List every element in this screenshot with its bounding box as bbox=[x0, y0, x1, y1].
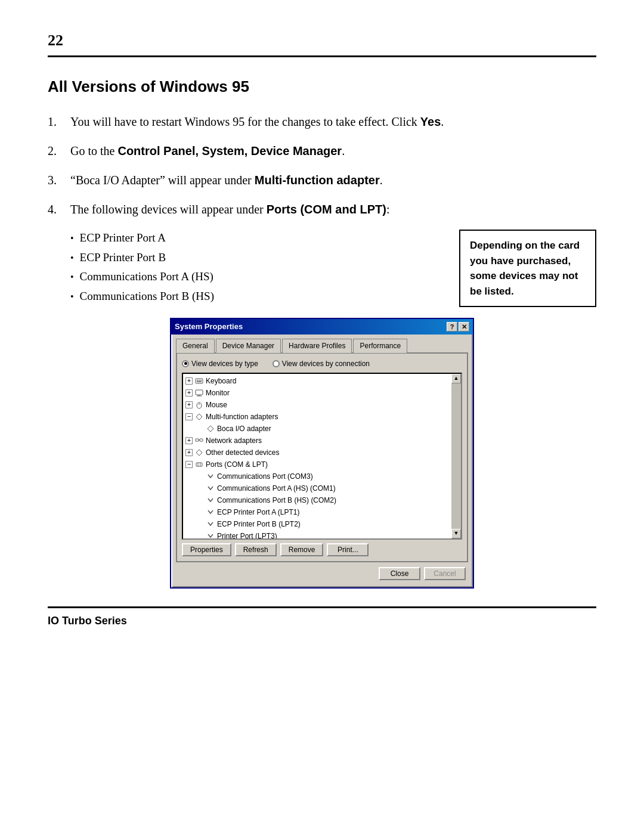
print-button[interactable]: Print... bbox=[327, 543, 369, 556]
section-title: All Versions of Windows 95 bbox=[48, 75, 596, 98]
scroll-up-button[interactable]: ▲ bbox=[451, 374, 461, 383]
expand-monitor[interactable]: + bbox=[185, 389, 193, 397]
expand-keyboard[interactable]: + bbox=[185, 377, 193, 385]
note-box-text: Depending on the card you have purchased… bbox=[470, 240, 580, 297]
expand-mouse[interactable]: + bbox=[185, 401, 193, 408]
step-num-2: 2. bbox=[48, 142, 70, 160]
ports-icon bbox=[194, 460, 204, 469]
svg-rect-1 bbox=[197, 380, 198, 381]
tab-device-manager[interactable]: Device Manager bbox=[216, 339, 281, 353]
svg-rect-4 bbox=[197, 381, 202, 382]
expand-multifunction[interactable]: − bbox=[185, 413, 193, 420]
tab-general[interactable]: General bbox=[176, 339, 215, 353]
bullet-note-section: • ECP Printer Port A • ECP Printer Port … bbox=[70, 230, 596, 307]
tab-bar: General Device Manager Hardware Profiles… bbox=[176, 338, 468, 352]
dialog-container: System Properties ? ✕ General Device Man… bbox=[48, 318, 596, 589]
svg-rect-3 bbox=[200, 380, 202, 381]
step-item-3: 3. “Boca I/O Adapter” will appear under … bbox=[48, 171, 596, 190]
scroll-down-button[interactable]: ▼ bbox=[451, 529, 461, 538]
lpt3-icon bbox=[206, 531, 215, 538]
multifunction-icon bbox=[194, 412, 204, 422]
dialog-close-button[interactable]: ✕ bbox=[459, 322, 469, 332]
step-num-1: 1. bbox=[48, 113, 70, 131]
page-number: 22 bbox=[48, 29, 63, 52]
dialog-title: System Properties bbox=[175, 321, 243, 333]
svg-rect-0 bbox=[196, 379, 203, 383]
step-item-2: 2. Go to the Control Panel, System, Devi… bbox=[48, 142, 596, 160]
tree-item-boca: Boca I/O adapter bbox=[184, 423, 450, 435]
dialog-titlebar: System Properties ? ✕ bbox=[171, 319, 473, 335]
monitor-icon bbox=[194, 388, 204, 398]
dialog-content: General Device Manager Hardware Profiles… bbox=[171, 335, 473, 587]
tree-item-mouse: + Mouse bbox=[184, 399, 450, 411]
page-header: 22 bbox=[48, 29, 596, 57]
refresh-button[interactable]: Refresh bbox=[235, 543, 277, 556]
step-num-4: 4. bbox=[48, 200, 70, 219]
system-properties-dialog: System Properties ? ✕ General Device Man… bbox=[170, 318, 474, 589]
tree-item-lpt2: ECP Printer Port B (LPT2) bbox=[184, 518, 450, 530]
tree-label-keyboard: Keyboard bbox=[206, 376, 236, 386]
tree-item-com3: Communications Port (COM3) bbox=[184, 470, 450, 482]
step-text-2: Go to the Control Panel, System, Device … bbox=[70, 142, 596, 160]
step-num-3: 3. bbox=[48, 171, 70, 190]
radio-by-type-label[interactable]: View devices by type bbox=[182, 358, 258, 369]
radio-by-connection[interactable] bbox=[273, 360, 280, 367]
tree-label-mouse: Mouse bbox=[206, 400, 227, 410]
titlebar-buttons: ? ✕ bbox=[447, 322, 469, 332]
tree-label-network: Network adapters bbox=[206, 435, 262, 446]
tab-performance[interactable]: Performance bbox=[353, 339, 407, 353]
tree-label-com3: Communications Port (COM3) bbox=[217, 471, 313, 482]
footer-bar: IO Turbo Series bbox=[48, 606, 596, 629]
step-text-3: “Boca I/O Adapter” will appear under Mul… bbox=[70, 171, 596, 190]
dialog-panel: View devices by type View devices by con… bbox=[176, 352, 468, 562]
radio-by-type[interactable] bbox=[182, 360, 189, 367]
tree-scrollbar[interactable]: ▲ ▼ bbox=[451, 374, 461, 538]
note-box: Depending on the card you have purchased… bbox=[459, 230, 596, 307]
other-icon bbox=[194, 448, 204, 457]
com3-icon bbox=[206, 472, 215, 481]
step-text-4: The following devices will appear under … bbox=[70, 200, 596, 219]
lpt2-icon bbox=[206, 519, 215, 529]
step-text-1: You will have to restart Windows 95 for … bbox=[70, 113, 596, 131]
device-tree[interactable]: + Keyboard + Mo bbox=[182, 373, 462, 540]
tree-item-com1: Communications Port A (HS) (COM1) bbox=[184, 482, 450, 494]
help-button[interactable]: ? bbox=[447, 322, 457, 332]
bullet-list: • ECP Printer Port A • ECP Printer Port … bbox=[70, 230, 441, 307]
tree-item-monitor: + Monitor bbox=[184, 387, 450, 399]
properties-button[interactable]: Properties bbox=[182, 543, 231, 556]
remove-button[interactable]: Remove bbox=[280, 543, 324, 556]
keyboard-icon bbox=[194, 376, 204, 386]
tree-label-other: Other detected devices bbox=[206, 447, 279, 458]
expand-other[interactable]: + bbox=[185, 449, 193, 456]
tab-hardware-profiles[interactable]: Hardware Profiles bbox=[282, 339, 352, 353]
list-item: • ECP Printer Port B bbox=[70, 249, 441, 267]
expand-network[interactable]: + bbox=[185, 437, 193, 444]
close-button[interactable]: Close bbox=[379, 567, 420, 580]
network-icon bbox=[194, 436, 204, 445]
tree-label-com2: Communications Port B (HS) (COM2) bbox=[217, 495, 336, 506]
tree-label-boca: Boca I/O adapter bbox=[217, 423, 271, 434]
tree-item-multifunction: − Multi-function adapters bbox=[184, 411, 450, 423]
step-list: 1. You will have to restart Windows 95 f… bbox=[48, 113, 596, 219]
list-item: • ECP Printer Port A bbox=[70, 230, 441, 247]
svg-rect-16 bbox=[196, 463, 202, 466]
tree-item-other: + Other detected devices bbox=[184, 447, 450, 459]
step-item-4: 4. The following devices will appear und… bbox=[48, 200, 596, 219]
svg-marker-11 bbox=[208, 426, 213, 432]
scrollbar-track[interactable] bbox=[451, 383, 461, 529]
tree-label-com1: Communications Port A (HS) (COM1) bbox=[217, 483, 336, 494]
tree-label-multifunction: Multi-function adapters bbox=[206, 411, 278, 422]
radio-row: View devices by type View devices by con… bbox=[182, 358, 462, 369]
tree-item-lpt1: ECP Printer Port A (LPT1) bbox=[184, 506, 450, 518]
close-button-row: Close Cancel bbox=[176, 567, 468, 583]
tree-item-network: + Network adapters bbox=[184, 435, 450, 447]
radio-by-connection-label[interactable]: View devices by connection bbox=[273, 358, 370, 369]
tree-label-lpt3: Printer Port (LPT3) bbox=[217, 531, 277, 538]
com2-icon bbox=[206, 496, 215, 505]
expand-ports[interactable]: − bbox=[185, 461, 193, 468]
tree-label-monitor: Monitor bbox=[206, 388, 230, 398]
svg-rect-12 bbox=[196, 439, 199, 441]
cancel-button[interactable]: Cancel bbox=[424, 567, 466, 580]
tree-item-lpt3: Printer Port (LPT3) bbox=[184, 530, 450, 538]
page-container: 22 All Versions of Windows 95 1. You wil… bbox=[0, 0, 644, 658]
